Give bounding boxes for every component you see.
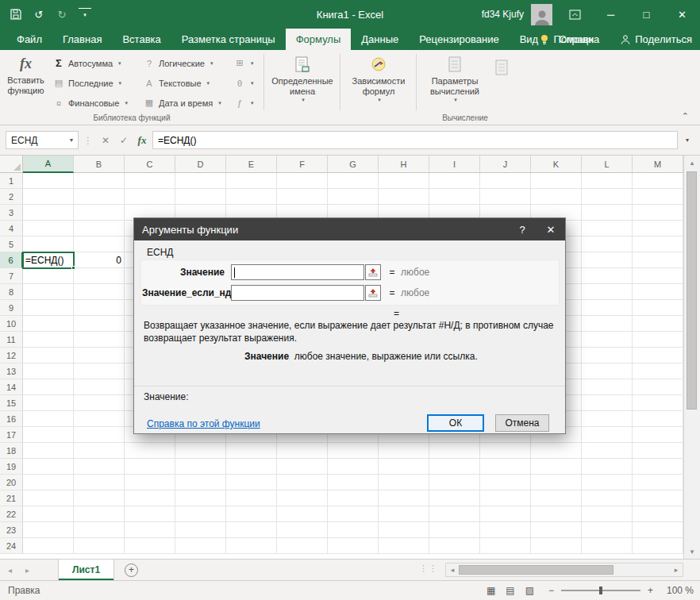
page-break-view-icon[interactable]: ▨	[525, 585, 534, 596]
zoom-out-icon[interactable]: −	[548, 585, 554, 596]
share-button[interactable]: Поделиться	[621, 33, 692, 45]
row-header-4[interactable]: 4	[0, 221, 23, 237]
cell-A11[interactable]	[23, 332, 74, 348]
column-header-J[interactable]: J	[480, 156, 531, 173]
tab-splitter-handle[interactable]: ⋮⋮	[419, 563, 438, 574]
cell-K19[interactable]	[531, 459, 582, 475]
cell-H23[interactable]	[379, 522, 429, 538]
cell-B6[interactable]: 0	[74, 252, 125, 268]
cell-C21[interactable]	[125, 490, 175, 506]
column-header-C[interactable]: C	[125, 156, 175, 173]
cell-B24[interactable]	[74, 538, 125, 554]
cell-A4[interactable]	[23, 221, 74, 237]
cell-C19[interactable]	[125, 459, 175, 475]
ribbon-tab-6[interactable]: Рецензирование	[409, 29, 509, 50]
cell-E18[interactable]	[226, 443, 277, 459]
collapse-dialog-button-0[interactable]	[365, 264, 381, 280]
cell-H1[interactable]	[379, 173, 429, 189]
cell-G23[interactable]	[328, 522, 379, 538]
cell-M2[interactable]	[633, 189, 683, 205]
cell-A19[interactable]	[23, 459, 74, 475]
datetime-functions-button[interactable]: ▦Дата и время▾	[141, 94, 224, 111]
column-header-L[interactable]: L	[582, 156, 633, 173]
cell-M14[interactable]	[633, 379, 683, 395]
ok-button[interactable]: ОК	[427, 414, 484, 432]
row-header-11[interactable]: 11	[0, 332, 23, 348]
cell-H22[interactable]	[379, 506, 429, 522]
cell-M10[interactable]	[633, 316, 683, 332]
cell-B4[interactable]	[74, 221, 125, 237]
normal-view-icon[interactable]: ▦	[487, 585, 495, 596]
defined-names-button[interactable]: Определенные имена ▾	[267, 53, 338, 113]
cell-M15[interactable]	[633, 395, 683, 411]
cell-F21[interactable]	[277, 490, 328, 506]
row-header-9[interactable]: 9	[0, 300, 23, 316]
cell-J24[interactable]	[480, 538, 531, 554]
cell-L13[interactable]	[582, 363, 633, 379]
cell-L2[interactable]	[582, 189, 633, 205]
cell-A14[interactable]	[23, 379, 74, 395]
cell-B5[interactable]	[74, 237, 125, 252]
cell-M12[interactable]	[633, 348, 683, 363]
cell-J21[interactable]	[480, 490, 531, 506]
row-header-1[interactable]: 1	[0, 173, 23, 189]
cell-M18[interactable]	[633, 443, 683, 459]
cell-C23[interactable]	[125, 522, 175, 538]
cell-I20[interactable]	[429, 475, 480, 490]
recent-functions-button[interactable]: ▤Последние▾	[51, 75, 130, 91]
cell-L9[interactable]	[582, 300, 633, 316]
argument-input-0[interactable]	[231, 264, 364, 280]
cell-K18[interactable]	[531, 443, 582, 459]
cell-B19[interactable]	[74, 459, 125, 475]
cell-E22[interactable]	[226, 506, 277, 522]
customize-qat-icon[interactable]: ▾	[79, 8, 91, 21]
page-layout-view-icon[interactable]: ▤	[506, 585, 514, 596]
cell-B16[interactable]	[74, 411, 125, 427]
cell-H19[interactable]	[379, 459, 429, 475]
cell-C20[interactable]	[125, 475, 175, 490]
function-help-link[interactable]: Справка по этой функции	[147, 418, 260, 429]
cell-J20[interactable]	[480, 475, 531, 490]
scroll-right-icon[interactable]: ▸	[670, 566, 683, 574]
save-icon[interactable]	[10, 8, 22, 21]
cell-L22[interactable]	[582, 506, 633, 522]
text-functions-button[interactable]: АТекстовые▾	[141, 75, 224, 91]
cell-B11[interactable]	[74, 332, 125, 348]
cell-E24[interactable]	[226, 538, 277, 554]
cell-A8[interactable]	[23, 284, 74, 300]
cell-F20[interactable]	[277, 475, 328, 490]
cell-L24[interactable]	[582, 538, 633, 554]
cell-M11[interactable]	[633, 332, 683, 348]
cell-L6[interactable]	[582, 252, 633, 268]
cell-B1[interactable]	[74, 173, 125, 189]
cancel-entry-icon[interactable]: ✕	[98, 131, 113, 149]
cell-A13[interactable]	[23, 363, 74, 379]
cell-J23[interactable]	[480, 522, 531, 538]
cell-L18[interactable]	[582, 443, 633, 459]
collapse-dialog-button-1[interactable]	[365, 285, 381, 301]
row-header-7[interactable]: 7	[0, 268, 23, 284]
vertical-scroll-thumb[interactable]	[687, 171, 697, 410]
cell-A16[interactable]	[23, 411, 74, 427]
cell-L14[interactable]	[582, 379, 633, 395]
cell-G1[interactable]	[328, 173, 379, 189]
cell-E20[interactable]	[226, 475, 277, 490]
cell-L11[interactable]	[582, 332, 633, 348]
cell-E1[interactable]	[226, 173, 277, 189]
cell-B22[interactable]	[74, 506, 125, 522]
cell-D23[interactable]	[175, 522, 226, 538]
row-header-10[interactable]: 10	[0, 316, 23, 332]
cell-E21[interactable]	[226, 490, 277, 506]
cell-C18[interactable]	[125, 443, 175, 459]
cell-L1[interactable]	[582, 173, 633, 189]
confirm-entry-icon[interactable]: ✓	[116, 131, 132, 149]
cell-D24[interactable]	[175, 538, 226, 554]
ribbon-tab-1[interactable]: Главная	[52, 29, 112, 50]
row-header-16[interactable]: 16	[0, 411, 23, 427]
cell-M19[interactable]	[633, 459, 683, 475]
fill-handle[interactable]	[71, 266, 75, 270]
account-area[interactable]: fd34 Kjufy	[482, 0, 552, 29]
cell-A15[interactable]	[23, 395, 74, 411]
scroll-left-icon[interactable]: ◂	[446, 566, 459, 574]
redo-icon[interactable]: ↻	[56, 8, 68, 21]
